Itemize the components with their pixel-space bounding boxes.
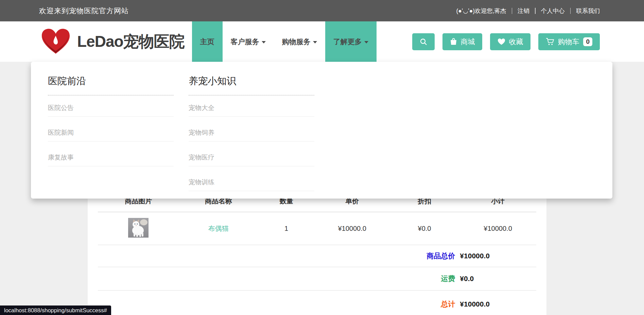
caret-down-icon: [262, 41, 266, 43]
menu-label: 客户服务: [231, 37, 259, 47]
dropdown-column-pet-knowledge: 养宠小知识 宠物大全 宠物饲养 宠物医疗 宠物训练: [189, 75, 314, 186]
contact-link[interactable]: 联系我们: [576, 7, 600, 15]
dropdown-heading: 养宠小知识: [189, 75, 314, 95]
dropdown-link-pet-medical[interactable]: 宠物医疗: [189, 153, 314, 166]
cart-label: 购物车: [558, 37, 579, 47]
summary-value: ¥10000.0: [455, 300, 536, 308]
navbar-actions: 商城 收藏 购物车 0: [412, 21, 600, 62]
product-image-ragdoll-cat[interactable]: [128, 218, 149, 238]
dropdown-link-hospital-news[interactable]: 医院新闻: [48, 128, 174, 142]
welcome-text: 欢迎来到宠物医院官方网站: [39, 6, 129, 16]
logout-link[interactable]: 注销: [518, 7, 529, 15]
topbar-links: (●'◡'●)欢迎您,蒋杰 注销 个人中心 联系我们: [456, 7, 600, 15]
product-qty: 1: [258, 225, 315, 233]
divider: [570, 8, 571, 14]
dropdown-link-pet-encyclopedia[interactable]: 宠物大全: [189, 104, 314, 117]
dropdown-column-hospital: 医院前沿 医院公告 医院新闻 康复故事: [48, 75, 174, 186]
summary-value: ¥0.0: [455, 275, 536, 283]
cart-button[interactable]: 购物车 0: [538, 33, 600, 50]
product-name-link[interactable]: 布偶猫: [208, 225, 229, 232]
favorites-label: 收藏: [509, 37, 523, 47]
cart-count-badge: 0: [583, 37, 592, 46]
topbar: 欢迎来到宠物医院官方网站 (●'◡'●)欢迎您,蒋杰 注销 个人中心 联系我们: [0, 0, 644, 21]
main-menu: 主页 客户服务 购物服务 了解更多: [192, 21, 377, 62]
order-summary-card: 商品图片 商品名称 数量 单价 折扣 小计: [88, 183, 546, 315]
user-greeting: (●'◡'●)欢迎您,蒋杰: [456, 7, 506, 15]
summary-row-shipping: 运费 ¥0.0: [98, 267, 536, 291]
mall-button[interactable]: 商城: [442, 33, 482, 50]
profile-link[interactable]: 个人中心: [541, 7, 565, 15]
favorites-button[interactable]: 收藏: [490, 33, 530, 50]
heart-icon: [498, 38, 505, 45]
product-subtotal: ¥10000.0: [459, 225, 536, 233]
search-icon: [420, 38, 427, 45]
menu-label: 购物服务: [282, 37, 311, 47]
dropdown-link-pet-training[interactable]: 宠物训练: [189, 178, 314, 191]
menu-item-learn-more[interactable]: 了解更多: [325, 21, 377, 62]
search-button[interactable]: [412, 33, 435, 50]
menu-label: 了解更多: [333, 37, 362, 47]
caret-down-icon: [313, 41, 317, 43]
page: 欢迎来到宠物医院官方网站 (●'◡'●)欢迎您,蒋杰 注销 个人中心 联系我们 …: [0, 0, 644, 315]
shopping-bag-icon: [450, 38, 457, 45]
dropdown-heading: 医院前沿: [48, 75, 174, 95]
divider: [512, 8, 512, 14]
caret-down-icon: [364, 41, 368, 43]
product-discount: ¥0.0: [389, 225, 459, 233]
brand-name: LeDao宠物医院: [77, 31, 185, 52]
menu-item-shopping-service[interactable]: 购物服务: [274, 21, 325, 62]
dropdown-link-hospital-announcements[interactable]: 医院公告: [48, 104, 174, 117]
brand-logo[interactable]: LeDao宠物医院: [39, 21, 192, 62]
cart-icon: [546, 38, 554, 45]
summary-row-grand-total: 总计 ¥10000.0: [98, 291, 536, 315]
menu-item-home[interactable]: 主页: [192, 21, 223, 62]
mall-label: 商城: [460, 37, 475, 47]
summary-label: 总计: [98, 299, 455, 309]
heart-logo-icon: [39, 26, 72, 57]
dropdown-link-recovery-stories[interactable]: 康复故事: [48, 153, 174, 166]
navbar: LeDao宠物医院 主页 客户服务 购物服务 了解更多: [0, 21, 644, 62]
order-item-row: 布偶猫 1 ¥10000.0 ¥0.0 ¥10000.0: [98, 212, 536, 245]
product-price: ¥10000.0: [315, 225, 389, 233]
dropdown-link-pet-feeding[interactable]: 宠物饲养: [189, 128, 314, 142]
summary-value: ¥10000.0: [455, 252, 536, 260]
summary-row-total-goods: 商品总价 ¥10000.0: [98, 245, 536, 267]
summary-label: 商品总价: [98, 251, 455, 261]
summary-label: 运费: [98, 274, 455, 283]
menu-label: 主页: [200, 37, 214, 47]
divider: [535, 8, 536, 14]
link-preview-statusbar: localhost:8088/shopping/submitSuccess#: [0, 305, 111, 315]
learn-more-dropdown-panel: 医院前沿 医院公告 医院新闻 康复故事 养宠小知识 宠物大全 宠物饲养 宠物医疗…: [31, 62, 612, 199]
menu-item-customer-service[interactable]: 客户服务: [223, 21, 274, 62]
